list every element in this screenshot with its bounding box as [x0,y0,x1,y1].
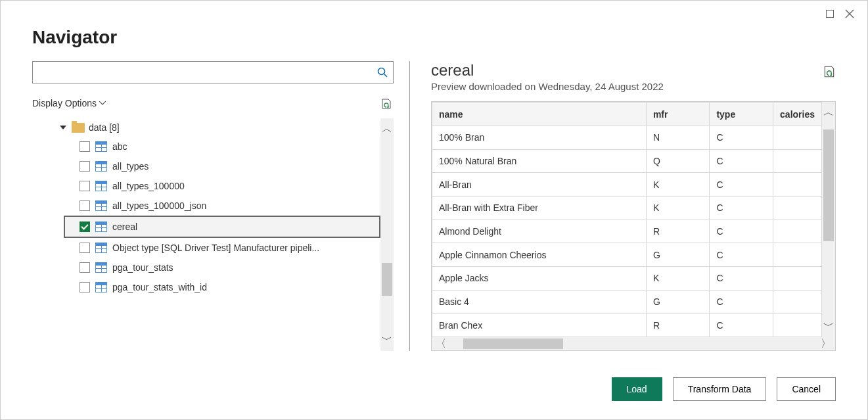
table-cell: Apple Jacks [432,266,647,290]
dialog-title: Navigator [1,22,867,61]
table-cell: All-Bran with Extra Fiber [432,196,647,220]
tree-item-abc[interactable]: abc [32,137,380,156]
table-row[interactable]: Basic 4GC [432,290,822,314]
table-row[interactable]: All-Bran with Extra FiberKC [432,196,822,220]
load-button[interactable]: Load [612,377,662,401]
button-bar: Load Transform Data Cancel [1,362,867,419]
tree-item-label: abc [112,141,127,152]
table-cell: N [646,126,709,150]
svg-rect-0 [827,11,834,18]
column-header-name[interactable]: name [432,103,647,126]
table-cell: Basic 4 [432,290,647,314]
checkbox[interactable] [80,161,90,172]
scroll-thumb[interactable] [463,338,563,349]
table-cell: C [710,314,773,337]
tree-item-all-types-100000[interactable]: all_types_100000 [32,176,380,196]
close-icon [845,9,854,18]
checkbox[interactable] [80,243,90,253]
table-icon [95,141,107,152]
table-cell: C [710,266,773,290]
table-cell: G [646,243,709,267]
table-cell: K [646,173,709,197]
table-cell: K [646,266,709,290]
scroll-down-icon[interactable]: ﹀ [823,319,834,333]
table-row[interactable]: 100% Natural BranQC [432,149,822,173]
scroll-thumb[interactable] [823,129,834,241]
table-cell: C [710,149,773,173]
tree-item-pga-tour-stats[interactable]: pga_tour_stats [32,258,380,277]
close-button[interactable] [840,6,859,22]
checkbox[interactable] [80,222,90,232]
table-icon [95,262,107,273]
tree-item-pga-tour-stats-with-id[interactable]: pga_tour_stats_with_id [32,277,380,297]
preview-subtitle: Preview downloaded on Wednesday, 24 Augu… [431,81,664,92]
column-header-mfr[interactable]: mfr [646,103,709,126]
checkbox[interactable] [80,181,90,191]
table-icon [95,181,107,191]
table-cell [773,290,822,314]
preview-vscrollbar[interactable]: ︿ ﹀ [822,102,835,337]
tree-wrap: data [8] abc all_types [32,118,394,351]
table-row[interactable]: Bran ChexRC [432,314,822,337]
tree-scrollbar[interactable]: ︿ ﹀ [380,118,394,351]
table-cell: All-Bran [432,173,647,197]
scroll-down-icon[interactable]: ﹀ [382,333,392,347]
search-icon[interactable] [372,67,393,78]
cancel-button[interactable]: Cancel [777,377,836,401]
scroll-right-icon[interactable]: 〉 [821,337,831,351]
table-cell: Apple Cinnamon Cheerios [432,243,647,267]
table-cell: G [646,290,709,314]
table-row[interactable]: Apple JacksKC [432,266,822,290]
table-cell: Almond Delight [432,220,647,243]
refresh-preview-left-icon[interactable] [380,98,392,112]
table-cell [773,266,822,290]
checkbox[interactable] [80,200,90,211]
collapse-triangle-icon [60,126,66,129]
scroll-thumb[interactable] [382,263,392,296]
titlebar [1,1,867,22]
transform-data-button[interactable]: Transform Data [673,377,767,401]
checkbox[interactable] [80,282,90,292]
table-cell: R [646,220,709,243]
preview-hscrollbar[interactable]: 〈 〉 [432,337,835,350]
scroll-left-icon[interactable]: 〈 [436,337,446,351]
table-row[interactable]: Almond DelightRC [432,220,822,243]
table-row[interactable]: All-BranKC [432,173,822,197]
table-cell: C [710,196,773,220]
table-cell: Bran Chex [432,314,647,337]
refresh-preview-icon[interactable] [823,65,836,80]
main-area: Display Options data [8] [1,61,867,362]
checkbox[interactable] [80,262,90,273]
checkbox[interactable] [80,141,90,152]
left-panel: Display Options data [8] [32,61,410,351]
search-input[interactable] [33,62,372,83]
tree-item-label: all_types [112,161,148,172]
folder-icon [72,123,85,133]
display-options-dropdown[interactable]: Display Options [32,98,106,108]
table-row[interactable]: 100% BranNC [432,126,822,150]
preview-table: name mfr type calories 100% BranNC100% N… [432,102,822,337]
preview-table-wrap: name mfr type calories 100% BranNC100% N… [431,101,836,351]
scroll-up-icon[interactable]: ︿ [382,122,392,136]
navigator-dialog: Navigator Display Options [0,0,868,420]
tree-item-label: cereal [112,222,137,232]
maximize-button[interactable] [820,6,840,22]
tree-item-all-types[interactable]: all_types [32,156,380,176]
tree-item-label: all_types_100000 [112,181,185,191]
tree-item-cereal[interactable]: cereal [64,216,380,238]
column-header-calories[interactable]: calories [773,103,822,126]
scroll-up-icon[interactable]: ︿ [823,106,834,120]
table-row[interactable]: Apple Cinnamon CheeriosGC [432,243,822,267]
table-cell: C [710,290,773,314]
svg-line-4 [384,74,388,78]
tree-item-all-types-100000-json[interactable]: all_types_100000_json [32,196,380,216]
table-icon [95,243,107,253]
tree-item-object-type[interactable]: Object type [SQL Driver Test] Manufactur… [32,238,380,258]
table-cell [773,314,822,337]
column-header-type[interactable]: type [710,103,773,126]
tree-folder-data[interactable]: data [8] [32,118,380,137]
tree-item-label: all_types_100000_json [112,200,206,211]
table-cell [773,149,822,173]
preview-title: cereal [431,61,664,80]
tree-item-label: Object type [SQL Driver Test] Manufactur… [112,243,319,253]
